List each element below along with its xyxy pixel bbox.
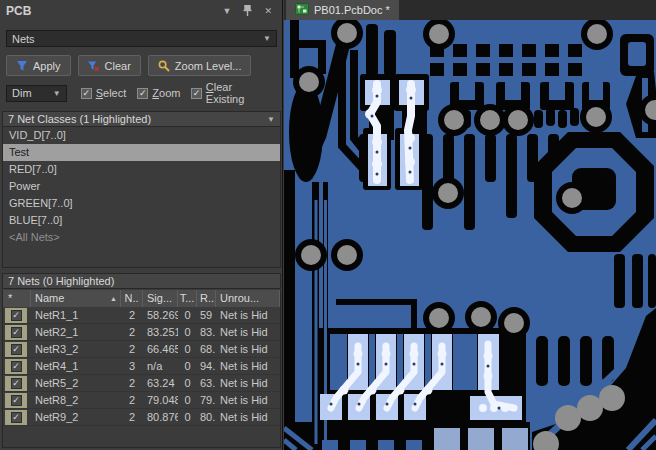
- apply-funnel-icon: [16, 60, 28, 72]
- magnifier-icon: [158, 60, 170, 72]
- row-checkbox[interactable]: ✓: [5, 393, 27, 408]
- table-row[interactable]: ✓ NetR1_1 2 58.269 0 59 Net is Hid: [3, 307, 280, 324]
- col-header-r[interactable]: R...: [197, 290, 216, 307]
- row-checkbox[interactable]: ✓: [5, 325, 27, 340]
- select-checkbox[interactable]: ✓ Select: [81, 87, 127, 99]
- col-header-signal[interactable]: Sig...: [143, 290, 178, 307]
- net-class-item[interactable]: RED[7..0]: [3, 161, 280, 178]
- table-row[interactable]: ✓ NetR5_2 2 63.24 0 63. Net is Hid: [3, 375, 280, 392]
- col-header-star[interactable]: *: [3, 290, 31, 307]
- document-tab-bar: PB01.PcbDoc *: [284, 0, 656, 20]
- pcb-editor: PB01.PcbDoc *: [284, 0, 656, 450]
- nets-table: * Name ▲ N.. Sig... T... R... Unrou... ✓…: [2, 290, 281, 448]
- row-checkbox[interactable]: ✓: [5, 308, 27, 323]
- check-icon: ✓: [11, 361, 22, 372]
- filter-toolbar: Apply Clear Zoom Level...: [6, 55, 251, 76]
- select-checkbox-label: Select: [96, 87, 127, 99]
- row-checkbox[interactable]: ✓: [5, 376, 27, 391]
- pcbdoc-icon: [295, 3, 309, 17]
- check-icon: ✓: [11, 310, 22, 321]
- col-header-name[interactable]: Name ▲: [31, 290, 121, 307]
- apply-button[interactable]: Apply: [6, 55, 71, 76]
- tab-label: PB01.PcbDoc *: [314, 4, 390, 16]
- net-class-item-selected[interactable]: Test: [3, 144, 280, 161]
- net-classes-list: VID_D[7..0] Test RED[7..0] Power GREEN[7…: [2, 127, 281, 268]
- table-row[interactable]: ✓ NetR3_2 2 66.465 0 68. Net is Hid: [3, 341, 280, 358]
- zoom-checkbox[interactable]: ✓ Zoom: [137, 87, 180, 99]
- panel-title: PCB: [6, 4, 223, 18]
- chevron-down-icon: ▼: [267, 115, 275, 124]
- checkbox-checked-icon: ✓: [191, 88, 201, 99]
- net-class-item[interactable]: VID_D[7..0]: [3, 127, 280, 144]
- net-class-item-all-nets[interactable]: <All Nets>: [3, 229, 280, 246]
- dim-select[interactable]: Dim ▼: [6, 85, 67, 102]
- nets-header: 7 Nets (0 Highlighted): [2, 273, 281, 289]
- col-header-nodes[interactable]: N..: [121, 290, 143, 307]
- col-header-t[interactable]: T...: [178, 290, 197, 307]
- panel-mode-select[interactable]: Nets ▼: [6, 30, 277, 47]
- close-icon[interactable]: ✕: [264, 7, 272, 16]
- dim-select-value: Dim: [12, 87, 32, 99]
- col-header-unrouted[interactable]: Unrou...: [216, 290, 280, 307]
- clear-existing-checkbox-label: Clear Existing: [206, 81, 269, 105]
- row-checkbox[interactable]: ✓: [5, 342, 27, 357]
- panel-header: PCB ▼ ✕: [0, 0, 282, 22]
- chevron-down-icon: ▼: [53, 89, 61, 98]
- chevron-down-icon: ▼: [263, 34, 271, 43]
- tab-pb01-pcbdoc[interactable]: PB01.PcbDoc *: [286, 0, 399, 20]
- clear-existing-checkbox[interactable]: ✓ Clear Existing: [191, 81, 269, 105]
- pcb-panel: PCB ▼ ✕ Nets ▼ Apply: [0, 0, 283, 450]
- row-checkbox[interactable]: ✓: [5, 410, 27, 425]
- checkbox-checked-icon: ✓: [81, 88, 92, 99]
- row-checkbox[interactable]: ✓: [5, 359, 27, 374]
- altium-window: PCB ▼ ✕ Nets ▼ Apply: [0, 0, 656, 450]
- table-row[interactable]: ✓ NetR4_1 3 n/a 0 94. Net is Hid: [3, 358, 280, 375]
- zoom-level-button[interactable]: Zoom Level...: [148, 55, 252, 76]
- net-class-item[interactable]: GREEN[7..0]: [3, 195, 280, 212]
- pin-icon[interactable]: [243, 5, 252, 18]
- checkbox-checked-icon: ✓: [137, 88, 148, 99]
- table-row[interactable]: ✓ NetR8_2 2 79.048 0 79. Net is Hid: [3, 392, 280, 409]
- net-class-item[interactable]: Power: [3, 178, 280, 195]
- panel-menu-dropdown-icon[interactable]: ▼: [223, 7, 232, 16]
- panel-mode-value: Nets: [12, 33, 35, 45]
- net-class-item[interactable]: BLUE[7..0]: [3, 212, 280, 229]
- check-icon: ✓: [11, 378, 22, 389]
- check-icon: ✓: [11, 395, 22, 406]
- net-classes-header[interactable]: 7 Net Classes (1 Highlighted) ▼: [2, 111, 281, 127]
- sort-asc-icon: ▲: [110, 290, 117, 307]
- zoom-checkbox-label: Zoom: [152, 87, 180, 99]
- check-icon: ✓: [11, 412, 22, 423]
- pcb-canvas[interactable]: [284, 20, 656, 450]
- check-icon: ✓: [11, 344, 22, 355]
- nets-table-header-row: * Name ▲ N.. Sig... T... R... Unrou...: [3, 290, 280, 307]
- clear-button[interactable]: Clear: [78, 55, 141, 76]
- table-row[interactable]: ✓ NetR9_2 2 80.876 0 80. Net is Hid: [3, 409, 280, 426]
- check-icon: ✓: [11, 327, 22, 338]
- dim-options-row: Dim ▼ ✓ Select ✓ Zoom ✓ Clear Existing: [6, 84, 280, 102]
- clear-funnel-icon: [88, 60, 100, 72]
- table-row[interactable]: ✓ NetR2_1 2 83.251 0 83. Net is Hid: [3, 324, 280, 341]
